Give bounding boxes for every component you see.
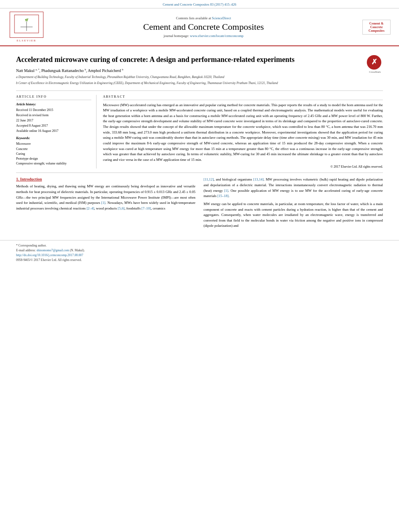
journal-logo-box: Cement &ConcreteComposites: [362, 20, 391, 35]
ref-2-4[interactable]: [2–4]: [86, 206, 94, 210]
journal-citation: Cement and Concrete Composites 83 (2017)…: [162, 2, 236, 6]
email-line: E-mail address: shinomomo7@gmail.com (N.…: [16, 249, 383, 252]
body-section: 1. Introduction Methods of heating, dryi…: [16, 173, 383, 235]
received-revised-label: Received in revised form: [16, 113, 91, 117]
article-footer: * Corresponding author. E-mail address: …: [0, 240, 399, 266]
author-natt: Natt Makul a, *,: [16, 68, 41, 73]
intro-col2-p1: [11,12], and biological organisms [13,14…: [204, 177, 383, 199]
author-phadungsak: Phadungsak Rattanadecho b,: [41, 68, 88, 73]
author-amphol: Amphol Pichaicherd b: [88, 68, 123, 73]
sciencedirect-line: Contents lists available at ScienceDirec…: [47, 16, 360, 20]
article-title: Accelerated microwave curing of concrete…: [16, 55, 363, 64]
keyword-5: Compressive strength; volume stability: [16, 161, 91, 166]
elsevier-text: ELSEVIER: [16, 39, 36, 42]
crossmark-badge: ✗ CrossMark: [367, 55, 383, 73]
email-link[interactable]: shinomomo7@gmail.com: [37, 249, 69, 252]
keyword-4: Prototype design: [16, 156, 91, 161]
elsevier-logo-area: 🌿 ELSEVIER: [6, 12, 47, 42]
history-label: Article history:: [16, 103, 91, 106]
top-journal-bar: Cement and Concrete Composites 83 (2017)…: [0, 0, 399, 8]
abstract-text: Microwave (MW)-accelerated curing has em…: [103, 103, 383, 163]
ref-13-14[interactable]: [13,14]: [253, 177, 264, 181]
ref-11-12[interactable]: [11,12]: [204, 177, 214, 181]
ref-1[interactable]: [1]: [101, 201, 105, 205]
abstract-label: ABSTRACT: [103, 95, 383, 100]
email-label: E-mail address:: [16, 249, 36, 252]
crossmark-label: CrossMark: [367, 70, 383, 73]
accepted-date: Accepted 8 August 2017: [16, 123, 91, 128]
journal-title: Cement and Concrete Composites: [47, 22, 360, 32]
crossmark-icon: ✗: [367, 55, 381, 70]
main-content: Accelerated microwave curing of concrete…: [0, 46, 399, 240]
body-col-left: 1. Introduction Methods of heating, dryi…: [16, 177, 195, 231]
affiliation-a: a Department of Building Technology, Fac…: [16, 75, 363, 80]
ref-1b[interactable]: [1]: [224, 189, 228, 193]
authors-line: Natt Makul a, *, Phadungsak Rattanadecho…: [16, 68, 363, 72]
available-date: Available online 16 August 2017: [16, 129, 91, 133]
corresponding-note: * Corresponding author.: [16, 244, 383, 247]
keyword-2: Concrete: [16, 147, 91, 151]
affiliation-b: b Center of Excellence in Electromagneti…: [16, 81, 363, 86]
body-col-right: [11,12], and biological organisms [13,14…: [204, 177, 383, 231]
svg-text:✗: ✗: [371, 58, 377, 66]
received-date: Received 11 December 2015: [16, 108, 91, 112]
keyword-3: Curing: [16, 152, 91, 156]
sciencedirect-link[interactable]: ScienceDirect: [212, 16, 231, 20]
doi-line: http://dx.doi.org/10.1016/j.cemconcomp.2…: [16, 253, 383, 257]
intro-col2-p2: MW energy can be applied to concrete mat…: [204, 201, 383, 229]
intro-heading: 1. Introduction: [16, 177, 195, 181]
elsevier-logo: 🌿: [10, 12, 43, 38]
abstract-column: ABSTRACT Microwave (MW)-accelerated curi…: [103, 95, 383, 169]
doi-link[interactable]: http://dx.doi.org/10.1016/j.cemconcomp.2…: [16, 253, 83, 257]
article-title-text: Accelerated microwave curing of concrete…: [16, 55, 363, 87]
ref-7-10[interactable]: [7–10]: [142, 206, 151, 210]
journal-header-center: Contents lists available at ScienceDirec…: [47, 16, 360, 38]
email-name: (N. Makul).: [70, 249, 85, 252]
journal-header: 🌿 ELSEVIER Contents lists available at S…: [0, 8, 399, 46]
intro-col1-p1: Methods of heating, drying, and thawing …: [16, 184, 195, 211]
corresponding-text: * Corresponding author.: [16, 244, 47, 247]
ref-5-6[interactable]: [5,6]: [118, 206, 125, 210]
copyright-line: © 2017 Elsevier Ltd. All rights reserved…: [103, 165, 383, 168]
homepage-prefix: journal homepage:: [164, 34, 190, 38]
sciencedirect-prefix: Contents lists available at: [176, 16, 212, 20]
journal-logo-area: Cement &ConcreteComposites: [360, 20, 393, 35]
received-revised-date: 22 June 2017: [16, 118, 91, 123]
svg-text:🌿: 🌿: [24, 18, 29, 22]
journal-logo-title: Cement &ConcreteComposites: [364, 22, 389, 33]
article-info-column: ARTICLE INFO Article history: Received 1…: [16, 95, 97, 169]
article-title-section: Accelerated microwave curing of concrete…: [16, 51, 383, 91]
article-info-label: ARTICLE INFO: [16, 95, 91, 100]
article-info-abstract-section: ARTICLE INFO Article history: Received 1…: [16, 91, 383, 173]
keyword-1: Microwave: [16, 142, 91, 146]
keywords-label: Keywords:: [16, 136, 91, 140]
homepage-url[interactable]: www.elsevier.com/locate/cemconcomp: [190, 34, 243, 38]
ref-15-18[interactable]: [15–18]: [217, 194, 228, 198]
body-two-col: 1. Introduction Methods of heating, dryi…: [16, 177, 383, 231]
issn-line: 0958-9465/© 2017 Elsevier Ltd. All right…: [16, 258, 383, 262]
journal-homepage-line: journal homepage: www.elsevier.com/locat…: [47, 34, 360, 38]
